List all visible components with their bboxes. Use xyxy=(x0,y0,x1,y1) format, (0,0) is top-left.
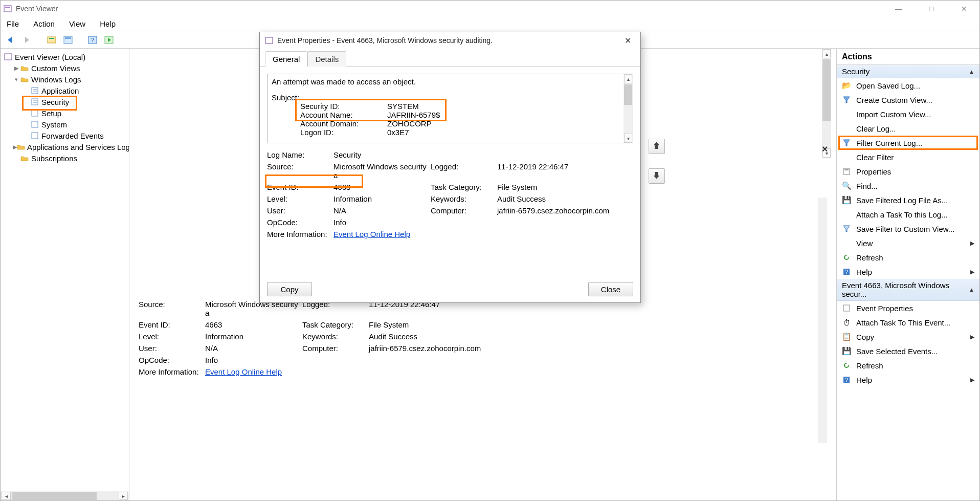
action-properties[interactable]: Properties xyxy=(837,164,979,179)
scroll-track[interactable] xyxy=(822,59,831,147)
action-refresh-2[interactable]: Refresh xyxy=(837,358,979,373)
action-save-filtered-log[interactable]: 💾Save Filtered Log File As... xyxy=(837,193,979,207)
action-clear-filter[interactable]: Clear Filter xyxy=(837,150,979,164)
help-toolbar-button[interactable]: ? xyxy=(86,34,99,46)
tree-custom-views[interactable]: ▶ Custom Views xyxy=(1,62,129,74)
tree-security[interactable]: Security xyxy=(1,96,129,107)
tree-windows-logs[interactable]: ▾ Windows Logs xyxy=(1,74,129,85)
maximize-button[interactable]: □ xyxy=(922,3,941,15)
tree-horizontal-scrollbar[interactable]: ◂ ▸ xyxy=(1,491,129,500)
close-button[interactable]: Close xyxy=(588,282,633,296)
svg-rect-6 xyxy=(65,37,71,39)
log-icon xyxy=(30,120,39,128)
action-import-custom-view[interactable]: Import Custom View... xyxy=(837,107,979,121)
tree-label: Forwarded Events xyxy=(41,132,104,140)
back-button[interactable] xyxy=(5,34,17,46)
tree-system[interactable]: System xyxy=(1,119,129,130)
opcode-value: Info xyxy=(205,356,302,364)
action-create-custom-view[interactable]: Create Custom View... xyxy=(837,93,979,107)
dialog-title: Event Properties - Event 4663, Microsoft… xyxy=(277,36,493,45)
tree-subscriptions[interactable]: Subscriptions xyxy=(1,153,129,164)
dialog-title-bar[interactable]: Event Properties - Event 4663, Microsoft… xyxy=(260,32,640,49)
scroll-down-button[interactable]: ▾ xyxy=(624,134,632,143)
menu-help[interactable]: Help xyxy=(98,18,118,29)
action-view[interactable]: View▶ xyxy=(837,236,979,250)
action-open-saved-log[interactable]: 📂Open Saved Log... xyxy=(837,78,979,93)
dialog-close-button[interactable]: ✕ xyxy=(620,35,635,47)
user-value: N/A xyxy=(205,344,302,353)
help-icon: ? xyxy=(842,375,851,384)
forward-button[interactable] xyxy=(21,34,33,46)
menu-view[interactable]: View xyxy=(67,18,87,29)
menu-action[interactable]: Action xyxy=(31,18,57,29)
expander-icon[interactable]: ▶ xyxy=(13,65,20,72)
next-event-button[interactable]: 🡇 xyxy=(649,168,665,184)
action-label: Attach Task To This Event... xyxy=(856,318,950,327)
action-save-selected[interactable]: 💾Save Selected Events... xyxy=(837,344,979,358)
action-save-filter-custom[interactable]: Save Filter to Custom View... xyxy=(837,222,979,236)
scroll-thumb[interactable] xyxy=(624,84,632,105)
copy-icon: 📋 xyxy=(842,332,851,341)
log-icon xyxy=(30,98,39,106)
tree-label: Subscriptions xyxy=(31,154,77,163)
scroll-right-button[interactable]: ▸ xyxy=(119,492,128,500)
description-textbox[interactable]: An attempt was made to access an object.… xyxy=(267,74,633,143)
action-label: Attach a Task To this Log... xyxy=(856,210,948,219)
action-label: Refresh xyxy=(856,361,883,370)
close-button[interactable]: ✕ xyxy=(955,3,973,15)
security-id-value: SYSTEM xyxy=(387,102,500,111)
actions-section-event[interactable]: Event 4663, Microsoft Windows secur... ▲ xyxy=(837,279,979,301)
action-event-properties[interactable]: Event Properties xyxy=(837,301,979,315)
tree-application[interactable]: Application xyxy=(1,85,129,96)
dialog-nav-buttons: 🡅 🡇 xyxy=(649,139,665,184)
tree-root[interactable]: Event Viewer (Local) xyxy=(1,51,129,62)
action-help-2[interactable]: ?Help▶ xyxy=(837,373,979,387)
event-viewer-window: Event Viewer — □ ✕ File Action View Help… xyxy=(0,0,980,501)
folder-open-icon: 📂 xyxy=(842,81,851,90)
tree-forwarded[interactable]: Forwarded Events xyxy=(1,130,129,141)
import-icon xyxy=(842,110,851,119)
actions-section-security[interactable]: Security ▲ xyxy=(837,65,979,78)
action-refresh[interactable]: Refresh xyxy=(837,250,979,265)
scroll-left-button[interactable]: ◂ xyxy=(2,492,11,500)
scroll-up-button[interactable]: ▴ xyxy=(822,49,831,58)
action-attach-task-log[interactable]: Attach a Task To this Log... xyxy=(837,207,979,222)
show-tree-button[interactable] xyxy=(46,34,58,46)
minimize-button[interactable]: — xyxy=(889,3,908,15)
moreinfo-link[interactable]: Event Log Online Help xyxy=(333,230,410,238)
tab-details[interactable]: Details xyxy=(307,51,346,67)
action-find[interactable]: 🔍Find... xyxy=(837,179,979,193)
tree-setup[interactable]: Setup xyxy=(1,107,129,119)
svg-rect-0 xyxy=(4,6,11,12)
scroll-track[interactable] xyxy=(12,492,118,500)
title-bar: Event Viewer — □ ✕ xyxy=(1,1,979,17)
tab-general[interactable]: General xyxy=(265,51,307,67)
copy-button[interactable]: Copy xyxy=(267,282,312,296)
action-clear-log[interactable]: Clear Log... xyxy=(837,121,979,136)
action-help[interactable]: ?Help▶ xyxy=(837,265,979,279)
preview-toolbar-button[interactable] xyxy=(103,34,115,46)
expander-icon[interactable]: ▾ xyxy=(13,76,20,83)
properties-toolbar-button[interactable] xyxy=(62,34,74,46)
expander-icon[interactable]: ▶ xyxy=(13,144,17,150)
logon-id-label: Logon ID: xyxy=(300,128,387,137)
description-scrollbar[interactable]: ▴ ▾ xyxy=(623,74,633,143)
taskcat-label: Task Category: xyxy=(431,183,497,191)
tree-label: Windows Logs xyxy=(31,75,81,84)
scroll-thumb[interactable] xyxy=(822,59,831,121)
tree-apps-services[interactable]: ▶ Applications and Services Logs xyxy=(1,141,129,153)
moreinfo-link[interactable]: Event Log Online Help xyxy=(205,367,282,376)
tree-label: Custom Views xyxy=(31,64,80,73)
action-attach-task-event[interactable]: ⏱Attach Task To This Event... xyxy=(837,315,979,330)
tree-label: Setup xyxy=(41,109,61,118)
close-preview-button[interactable]: ✕ xyxy=(821,144,828,154)
save-icon: 💾 xyxy=(842,195,851,205)
action-copy[interactable]: 📋Copy▶ xyxy=(837,330,979,344)
scroll-thumb[interactable] xyxy=(12,492,97,500)
scroll-up-button[interactable]: ▴ xyxy=(624,74,632,83)
list-vertical-scrollbar[interactable]: ▴ ▾ xyxy=(822,49,831,158)
previous-event-button[interactable]: 🡅 xyxy=(649,139,665,154)
menu-file[interactable]: File xyxy=(5,18,21,29)
action-filter-current-log[interactable]: Filter Current Log... xyxy=(837,136,979,150)
logon-id-value: 0x3E7 xyxy=(387,128,500,137)
